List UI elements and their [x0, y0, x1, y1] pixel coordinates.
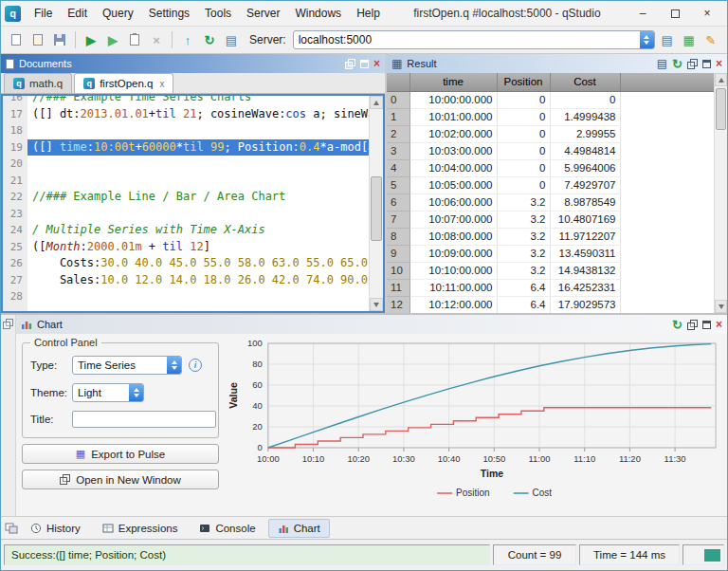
scrollbar-thumb[interactable] [371, 176, 382, 241]
menu-query[interactable]: Query [95, 3, 141, 24]
code-line[interactable]: Sales:10.0 12.0 14.0 18.0 26.0 42.0 74.0… [32, 272, 369, 289]
table-row[interactable]: 510:05:00.00007.4929707 [387, 176, 727, 193]
export-table-icon[interactable]: ▤ [657, 58, 667, 69]
menu-edit[interactable]: Edit [60, 3, 95, 24]
export-result-icon[interactable]: ▤ [658, 30, 677, 49]
code-line[interactable] [32, 206, 369, 223]
maximize-panel-icon[interactable] [702, 60, 711, 68]
tab-math-q[interactable]: q math.q [4, 73, 72, 93]
editor-lines[interactable]: //### Example Time Series Charts([] dt:2… [27, 94, 369, 311]
menu-file[interactable]: File [27, 3, 60, 24]
combo-spinner-icon[interactable] [640, 31, 654, 48]
close-panel-icon[interactable]: × [716, 319, 722, 330]
code-line[interactable] [32, 122, 369, 139]
edit-settings-icon[interactable]: ✎ [701, 30, 720, 49]
table-row[interactable]: 010:00:00.00000 [387, 91, 727, 108]
table-row[interactable]: 210:02:00.00002.99955 [387, 125, 727, 142]
scrollbar-thumb[interactable] [716, 88, 726, 130]
tab-expressions[interactable]: Expressions [93, 519, 188, 538]
tab-firstopen-q[interactable]: q firstOpen.q x [74, 73, 173, 93]
server-input[interactable] [294, 33, 640, 46]
code-editor[interactable]: 16171819202122232425262728 //### Example… [1, 94, 385, 313]
table-row[interactable]: 110:01:00.00001.4999438 [387, 108, 727, 125]
menu-help[interactable]: Help [349, 3, 388, 24]
result-panel-header[interactable]: ▦ Result ▤ ↻ × [387, 54, 727, 73]
code-line[interactable] [32, 288, 369, 305]
code-line[interactable]: / Multiple Series with Time X-Axis [32, 222, 369, 239]
refresh-chart-icon[interactable]: ↻ [672, 319, 682, 331]
code-line[interactable]: ([Month:2000.01m + til 12] [32, 239, 369, 256]
code-line[interactable]: //### Example Time Series Charts [32, 94, 369, 106]
edit-server-icon[interactable]: ▤ [222, 30, 241, 49]
scroll-down-icon[interactable] [715, 300, 727, 313]
popout-icon[interactable] [345, 59, 355, 69]
menu-tools[interactable]: Tools [197, 3, 239, 24]
result-scrollbar[interactable] [714, 73, 727, 313]
table-row[interactable]: 610:06:00.0003.28.9878549 [387, 193, 727, 211]
run-query-icon[interactable]: ▶ [82, 30, 100, 49]
tab-chart[interactable]: Chart [268, 519, 330, 538]
column-header-time[interactable]: time [410, 73, 497, 91]
maximize-panel-icon[interactable] [360, 60, 369, 68]
run-line-icon[interactable]: ▶ [103, 30, 122, 49]
chart-type-select[interactable]: Time Series [72, 356, 182, 375]
scroll-down-icon[interactable] [370, 298, 383, 311]
menu-settings[interactable]: Settings [141, 3, 197, 24]
menu-windows[interactable]: Windows [287, 3, 349, 24]
combo-spinner-icon[interactable] [129, 384, 143, 401]
table-row[interactable]: 1010:10:00.0003.214.9438132 [387, 262, 727, 279]
refresh-server-icon[interactable]: ↻ [200, 30, 219, 49]
editor-scrollbar[interactable] [369, 96, 383, 311]
documents-panel-header[interactable]: Documents × [1, 54, 385, 73]
export-to-pulse-button[interactable]: ▦ Export to Pulse [22, 444, 219, 464]
column-header-position[interactable]: Position [497, 73, 550, 91]
table-row[interactable]: 310:03:00.00004.4984814 [387, 142, 727, 159]
open-file-icon[interactable] [28, 30, 47, 49]
tab-close-icon[interactable]: x [159, 79, 164, 89]
chart-title-input[interactable] [72, 411, 216, 428]
dock-handle-icon[interactable] [3, 319, 13, 329]
cancel-query-icon[interactable]: × [147, 30, 166, 49]
code-line[interactable]: //### Example Line / Bar / Area Chart [32, 189, 369, 206]
combo-spinner-icon[interactable] [167, 357, 181, 374]
scroll-up-icon[interactable] [715, 73, 727, 86]
open-in-new-window-button[interactable]: Open in New Window [22, 470, 219, 489]
code-line[interactable]: Costs:30.0 40.0 45.0 55.0 58.0 63.0 55.0… [32, 255, 369, 272]
code-line[interactable]: ([] time:10:00t+60000*til 99; Position:0… [27, 139, 369, 157]
table-row[interactable]: 910:09:00.0003.213.4590311 [387, 245, 727, 262]
server-combobox[interactable] [293, 30, 655, 49]
new-file-icon[interactable] [7, 30, 26, 49]
tab-history[interactable]: History [21, 519, 90, 538]
open-dashboard-icon[interactable]: ▦ [680, 30, 699, 49]
add-server-icon[interactable]: ↑ [178, 30, 197, 49]
minimize-button[interactable]: – [627, 2, 659, 26]
maximize-button[interactable] [659, 2, 691, 26]
menu-server[interactable]: Server [239, 3, 287, 24]
info-icon[interactable]: i [189, 359, 202, 372]
close-panel-icon[interactable]: × [373, 58, 380, 69]
close-button[interactable]: × [691, 2, 723, 26]
save-file-icon[interactable] [50, 30, 69, 49]
code-line[interactable]: ([] dt:2013.01.01+til 21; cosineWave:cos… [32, 106, 369, 123]
scroll-up-icon[interactable] [370, 96, 383, 109]
line-number: 23 [3, 206, 23, 223]
chart-theme-select[interactable]: Light [72, 383, 144, 402]
popout-icon[interactable] [687, 59, 698, 69]
code-line[interactable] [32, 156, 369, 173]
tab-console[interactable]: Console [190, 519, 264, 538]
code-line[interactable] [32, 173, 369, 190]
maximize-panel-icon[interactable] [702, 321, 711, 329]
close-panel-icon[interactable]: × [716, 58, 722, 69]
svg-text:10:20: 10:20 [347, 453, 370, 464]
column-header-cost[interactable]: Cost [550, 73, 620, 91]
paste-icon[interactable] [125, 30, 144, 49]
refresh-result-icon[interactable]: ↻ [672, 58, 682, 70]
popout-icon[interactable] [687, 320, 698, 330]
table-row[interactable]: 1110:11:00.0006.416.4252331 [387, 279, 727, 296]
table-row[interactable]: 710:07:00.0003.210.4807169 [387, 211, 727, 228]
table-row[interactable]: 410:04:00.00005.9964006 [387, 159, 727, 176]
chart-panel-header[interactable]: Chart ↻ × [16, 315, 727, 334]
table-row[interactable]: 1210:12:00.0006.417.9029573 [387, 296, 727, 313]
table-row[interactable]: 810:08:00.0003.211.9712207 [387, 228, 727, 245]
restore-panels-icon[interactable] [5, 523, 18, 534]
